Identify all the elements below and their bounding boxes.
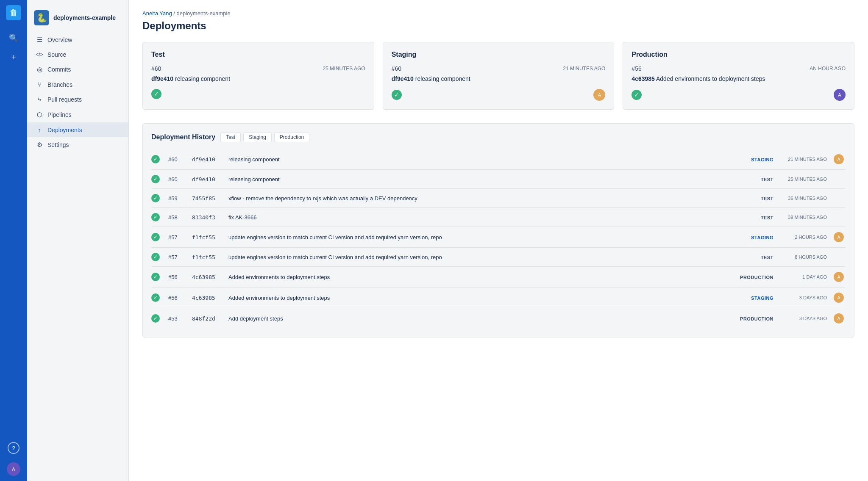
env-commit-staging: df9e410 releasing component <box>392 75 606 82</box>
row-env-0: STAGING <box>735 155 773 163</box>
env-build-test: #60 <box>151 65 161 72</box>
env-commit-test: df9e410 releasing component <box>151 75 365 82</box>
help-icon[interactable]: ? <box>8 442 19 454</box>
sidebar-label-commits: Commits <box>47 66 71 73</box>
env-card-production: Production #56 AN HOUR AGO 4c63985 Added… <box>623 42 854 110</box>
left-rail: 🗑 🔍 ＋ ? A <box>0 0 27 481</box>
row-msg-0: releasing component <box>228 156 729 163</box>
row-env-6: PRODUCTION <box>735 273 773 281</box>
row-msg-1: releasing component <box>228 176 729 182</box>
sidebar-item-source[interactable]: </> Source <box>27 47 128 62</box>
sidebar-label-source: Source <box>47 51 66 58</box>
env-avatar-production: A <box>834 89 846 101</box>
sidebar-item-pipelines[interactable]: ⬡ Pipelines <box>27 107 128 122</box>
env-cards: Test #60 25 MINUTES AGO df9e410 releasin… <box>142 42 854 110</box>
row-status-0: ✓ <box>151 155 161 163</box>
env-commit-hash-production: 4c63985 <box>632 75 655 82</box>
row-hash-1: df9e410 <box>192 176 222 182</box>
filter-tab-test[interactable]: Test <box>220 132 241 142</box>
row-num-7: #56 <box>168 295 185 301</box>
row-hash-7: 4c63985 <box>192 295 222 301</box>
env-commit-production: 4c63985 Added environments to deployment… <box>632 75 846 82</box>
history-row[interactable]: ✓ #56 4c63985 Added environments to depl… <box>151 287 846 308</box>
row-status-2: ✓ <box>151 194 161 202</box>
history-section: Deployment History Test Staging Producti… <box>142 123 854 337</box>
sidebar-item-commits[interactable]: ◎ Commits <box>27 62 128 77</box>
row-num-0: #60 <box>168 156 185 163</box>
row-msg-8: Add deployment steps <box>228 315 729 322</box>
row-avatar-0: A <box>834 154 846 164</box>
row-num-2: #59 <box>168 195 185 202</box>
row-status-6: ✓ <box>151 273 161 281</box>
sidebar-label-pipelines: Pipelines <box>47 111 72 118</box>
history-title: Deployment History <box>151 133 215 141</box>
branches-icon: ⑂ <box>36 81 43 88</box>
row-avatar-6: A <box>834 272 846 282</box>
row-msg-5: update engines version to match current … <box>228 254 729 260</box>
row-msg-6: Added environments to deployment steps <box>228 274 729 280</box>
repo-icon: 🐍 <box>34 10 49 25</box>
row-num-1: #60 <box>168 176 185 182</box>
row-env-3: TEST <box>735 213 773 221</box>
env-build-staging: #60 <box>392 65 401 72</box>
row-avatar-8: A <box>834 313 846 323</box>
row-time-4: 2 HOURS AGO <box>780 235 827 240</box>
row-hash-4: f1fcf55 <box>192 234 222 240</box>
env-title-staging: Staging <box>392 51 606 58</box>
sidebar-item-pull-requests[interactable]: ⤷ Pull requests <box>27 92 128 107</box>
filter-tab-staging[interactable]: Staging <box>243 132 272 142</box>
history-row[interactable]: ✓ #60 df9e410 releasing component TEST 2… <box>151 170 846 189</box>
sidebar-label-pull-requests: Pull requests <box>47 96 82 103</box>
row-time-1: 25 MINUTES AGO <box>780 177 827 182</box>
env-commit-msg-staging: releasing component <box>415 75 470 82</box>
row-time-0: 21 MINUTES AGO <box>780 157 827 162</box>
row-hash-3: 83340f3 <box>192 214 222 221</box>
add-icon[interactable]: ＋ <box>6 49 21 64</box>
row-status-1: ✓ <box>151 175 161 183</box>
row-num-3: #58 <box>168 214 185 221</box>
sidebar-label-branches: Branches <box>47 81 72 88</box>
filter-tabs: Test Staging Production <box>220 132 309 142</box>
history-row[interactable]: ✓ #59 7455f85 xflow - remove the depende… <box>151 189 846 208</box>
row-status-3: ✓ <box>151 213 161 221</box>
history-row[interactable]: ✓ #56 4c63985 Added environments to depl… <box>151 267 846 287</box>
env-commit-hash-staging: df9e410 <box>392 75 414 82</box>
sidebar-item-settings[interactable]: ⚙ Settings <box>27 137 128 152</box>
history-row[interactable]: ✓ #57 f1fcf55 update engines version to … <box>151 227 846 248</box>
env-time-staging: 21 MINUTES AGO <box>563 66 605 72</box>
history-row[interactable]: ✓ #60 df9e410 releasing component STAGIN… <box>151 149 846 170</box>
page-title: Deployments <box>142 20 854 32</box>
sidebar-item-deployments[interactable]: ↑ Deployments <box>27 122 128 137</box>
repo-header: 🐍 deployments-example <box>27 7 128 32</box>
row-num-8: #53 <box>168 315 185 322</box>
row-msg-3: fix AK-3666 <box>228 214 729 221</box>
history-row[interactable]: ✓ #53 848f22d Add deployment steps PRODU… <box>151 308 846 329</box>
search-icon[interactable]: 🔍 <box>6 30 21 46</box>
row-env-7: STAGING <box>735 294 773 301</box>
env-card-staging: Staging #60 21 MINUTES AGO df9e410 relea… <box>383 42 615 110</box>
sidebar-item-overview[interactable]: ☰ Overview <box>27 32 128 47</box>
row-msg-4: update engines version to match current … <box>228 234 729 240</box>
row-time-7: 3 DAYS AGO <box>780 295 827 300</box>
user-avatar[interactable]: A <box>7 462 20 476</box>
source-icon: </> <box>36 52 43 58</box>
breadcrumb: Aneita Yang / deployments-example <box>142 10 854 17</box>
history-row[interactable]: ✓ #58 83340f3 fix AK-3666 TEST 39 MINUTE… <box>151 208 846 227</box>
row-avatar-4: A <box>834 232 846 242</box>
sidebar-label-settings: Settings <box>47 141 69 148</box>
filter-tab-production[interactable]: Production <box>274 132 309 142</box>
row-time-2: 36 MINUTES AGO <box>780 196 827 201</box>
row-time-8: 3 DAYS AGO <box>780 316 827 321</box>
sidebar-item-branches[interactable]: ⑂ Branches <box>27 77 128 92</box>
history-row[interactable]: ✓ #57 f1fcf55 update engines version to … <box>151 248 846 267</box>
row-hash-8: 848f22d <box>192 315 222 322</box>
breadcrumb-user[interactable]: Aneita Yang <box>142 10 172 17</box>
breadcrumb-repo: deployments-example <box>177 10 231 17</box>
row-status-5: ✓ <box>151 253 161 261</box>
row-num-4: #57 <box>168 234 185 240</box>
row-env-2: TEST <box>735 194 773 202</box>
sidebar-label-overview: Overview <box>47 36 72 43</box>
repo-name: deployments-example <box>53 14 116 21</box>
overview-icon: ☰ <box>36 36 43 44</box>
row-status-8: ✓ <box>151 314 161 323</box>
